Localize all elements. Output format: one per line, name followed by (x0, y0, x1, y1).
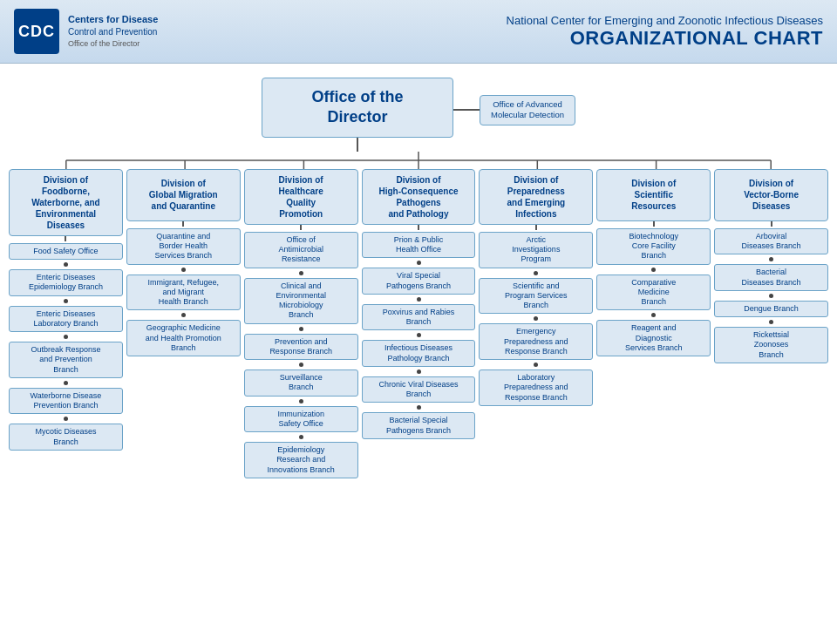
branch-arboviral: ArboviralDiseases Branch (714, 228, 828, 255)
dot19 (534, 316, 538, 321)
branch-reagent: Reagent andDiagnosticServices Branch (596, 320, 711, 356)
dot11 (299, 399, 303, 403)
branch-emergency-prep: EmergencyPreparedness andResponse Branch (479, 323, 593, 360)
div-migration-branches: Quarantine andBorder HealthServices Bran… (126, 228, 241, 356)
branch-prevention-response: Prevention andResponse Branch (244, 334, 358, 361)
org-name: Centers for Disease Control and Preventi… (68, 13, 158, 50)
branch-comparative: ComparativeMedicineBranch (596, 275, 711, 311)
dot12 (299, 435, 303, 439)
org-line1: Centers for Disease (68, 13, 158, 26)
branch-epidemiology-research: EpidemiologyResearch andInnovations Bran… (244, 442, 358, 478)
v-line-d6 (653, 221, 655, 227)
dot10 (299, 363, 303, 367)
v-line-d3 (300, 225, 302, 230)
branch-waterborne: Waterborne DiseasePrevention Branch (9, 388, 123, 415)
div-migration-header: Division ofGlobal Migrationand Quarantin… (126, 169, 241, 221)
branch-immigrant: Immigrant, Refugee,and MigrantHealth Bra… (126, 275, 241, 311)
div-highconsequence-branches: Prion & PublicHealth Office Viral Specia… (362, 232, 476, 439)
div-preparedness-header: Division ofPreparednessand EmergingInfec… (479, 169, 593, 225)
div-vectorborne-branches: ArboviralDiseases Branch BacterialDiseas… (714, 228, 828, 363)
header: CDC Centers for Disease Control and Prev… (0, 0, 837, 64)
branch-outbreak: Outbreak Responseand PreventionBranch (9, 342, 123, 378)
top-connector (9, 152, 828, 169)
dot15 (417, 333, 421, 337)
header-right: National Center for Emerging and Zoonoti… (507, 14, 823, 50)
branch-bacterial-diseases: BacterialDiseases Branch (714, 264, 828, 291)
branch-biotech: BiotechnologyCore FacilityBranch (596, 228, 711, 265)
division-foodborne: Division ofFoodborne,Waterborne, andEnvi… (9, 169, 123, 451)
org-chart: Office of the Director Office of Advance… (9, 78, 828, 478)
branch-scientific-program: Scientific andProgram ServicesBranch (479, 278, 593, 315)
v-line-d7 (771, 221, 772, 227)
div-highconsequence-header: Division ofHigh-ConsequencePathogensand … (362, 169, 476, 225)
dot24 (769, 294, 773, 298)
branch-rickettsial: RickettsialZoonosesBranch (714, 327, 828, 363)
branch-clinical-micro: Clinical andEnvironmentalMicrobiologyBra… (244, 278, 358, 324)
div-healthcare-branches: Office ofAntimicrobialResistance Clinica… (244, 232, 358, 478)
division-migration: Division ofGlobal Migrationand Quarantin… (126, 169, 241, 356)
div-preparedness-branches: ArcticInvestigationsProgram Scientific a… (479, 232, 593, 406)
dot13 (417, 261, 421, 265)
branch-food-safety: Food Safety Office (9, 243, 123, 260)
page-container: CDC Centers for Disease Control and Prev… (0, 0, 837, 487)
branch-bacterial-special: Bacterial SpecialPathogens Branch (362, 412, 476, 439)
divisions-row: Division ofFoodborne,Waterborne, andEnvi… (9, 169, 828, 478)
dot21 (651, 268, 656, 272)
division-healthcare: Division ofHealthcareQualityPromotion Of… (244, 169, 358, 478)
v-line-director (357, 138, 358, 152)
director-box: Office of the Director (262, 78, 453, 138)
div-healthcare-header: Division ofHealthcareQualityPromotion (244, 169, 358, 225)
branch-immunization: ImmunizationSafety Office (244, 406, 358, 433)
cdc-logo-text: CDC (18, 23, 55, 41)
dot25 (769, 320, 773, 324)
h-line-side (453, 109, 480, 111)
branch-mycotic: Mycotic DiseasesBranch (9, 424, 123, 451)
chart-content: Office of the Director Office of Advance… (0, 64, 837, 487)
side-office-area: Office of AdvancedMolecular Detection (453, 78, 575, 125)
div-foodborne-header: Division ofFoodborne,Waterborne, andEnvi… (9, 169, 123, 236)
connector-svg (9, 152, 828, 169)
header-subtitle: National Center for Emerging and Zoonoti… (507, 14, 823, 27)
branch-infectious-path: Infectious DiseasesPathology Branch (362, 340, 476, 367)
div-foodborne-branches: Food Safety Office Enteric DiseasesEpide… (9, 243, 123, 451)
branch-geographic: Geographic Medicineand Health PromotionB… (126, 320, 241, 356)
branch-dengue: Dengue Branch (714, 301, 828, 317)
director-row: Office of the Director Office of Advance… (9, 78, 828, 152)
dot5 (64, 417, 68, 421)
branch-viral-special: Viral SpecialPathogens Branch (362, 268, 476, 295)
branch-chronic-viral: Chronic Viral DiseasesBranch (362, 376, 476, 403)
div-scientific-header: Division ofScientificResources (596, 169, 711, 221)
dot17 (417, 405, 421, 410)
v-line-d5 (535, 225, 537, 230)
branch-prion: Prion & PublicHealth Office (362, 232, 476, 259)
dot18 (534, 271, 538, 275)
branch-antimicrobial: Office ofAntimicrobialResistance (244, 232, 358, 268)
dot8 (299, 271, 303, 275)
branch-quarantine: Quarantine andBorder HealthServices Bran… (126, 228, 241, 265)
v-line-d2 (182, 221, 184, 227)
dot1 (64, 262, 68, 267)
director-label: Office of the Director (311, 88, 403, 125)
dot23 (769, 257, 773, 261)
header-title: ORGANIZATIONAL CHART (507, 27, 823, 50)
dot16 (417, 369, 421, 374)
div-vectorborne-header: Division ofVector-BorneDiseases (714, 169, 828, 221)
division-preparedness: Division ofPreparednessand EmergingInfec… (479, 169, 593, 406)
branch-surveillance: SurveillanceBranch (244, 369, 358, 397)
branch-enteric-epid: Enteric DiseasesEpidemiology Branch (9, 269, 123, 296)
org-line2: Control and Prevention (68, 26, 158, 38)
dot6 (181, 268, 186, 272)
v-line-d4 (418, 225, 419, 230)
branch-poxvirus: Poxvirus and RabiesBranch (362, 304, 476, 331)
dot3 (64, 335, 68, 339)
director-section: Office of the Director (262, 78, 453, 152)
dot9 (299, 327, 303, 331)
dot22 (651, 313, 656, 317)
dot7 (181, 313, 186, 317)
org-line3: Office of the Director (68, 38, 158, 50)
dot20 (534, 363, 538, 367)
branch-arctic: ArcticInvestigationsProgram (479, 232, 593, 268)
cdc-logo: CDC (14, 9, 59, 54)
branch-enteric-lab: Enteric DiseasesLaboratory Branch (9, 306, 123, 333)
side-office-box: Office of AdvancedMolecular Detection (480, 95, 575, 125)
